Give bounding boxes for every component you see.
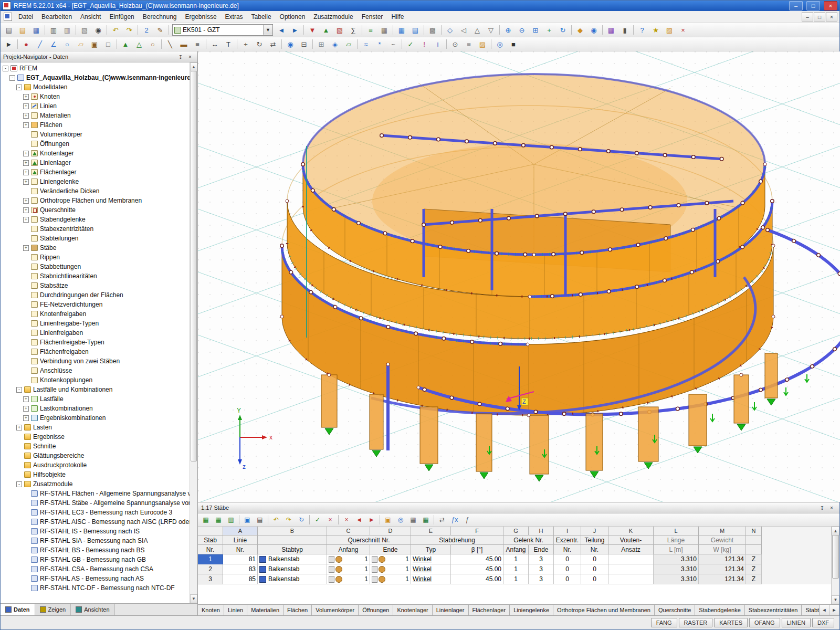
dimension-icon[interactable]: ↔ xyxy=(208,38,222,50)
cell-querschnitt-ende[interactable]: 1 xyxy=(370,574,411,584)
member-set-icon[interactable]: ≡ xyxy=(191,38,204,50)
filler[interactable] xyxy=(762,574,831,584)
screenshot-icon[interactable]: ◉ xyxy=(91,24,105,36)
cell-gelenk-ende[interactable]: 3 xyxy=(529,574,554,584)
menu-item-tabelle[interactable]: Tabelle xyxy=(247,12,276,22)
tree-item[interactable]: Linienfreigaben xyxy=(1,328,190,338)
cell-exzentr[interactable]: 0 xyxy=(554,564,581,574)
scrollbar-thumb[interactable] xyxy=(191,71,197,461)
tree-item[interactable]: +Lasten xyxy=(1,423,190,432)
menu-item-extras[interactable]: Extras xyxy=(221,12,247,22)
view-z-icon[interactable]: ▽ xyxy=(484,24,498,36)
tree-item[interactable]: Öffnungen xyxy=(1,139,190,149)
header-vouten[interactable]: Vouten- xyxy=(608,536,654,545)
row-number[interactable]: 2 xyxy=(198,564,223,574)
new-member-icon[interactable]: ╲ xyxy=(163,38,177,50)
close-icon[interactable]: × xyxy=(827,503,836,512)
column-letter-N[interactable]: N xyxy=(746,527,762,536)
header-querschnitt[interactable]: Querschnitt Nr. xyxy=(327,536,411,545)
sheet-tab-fl-chenlager[interactable]: Flächenlager xyxy=(469,605,510,615)
tree-item[interactable]: +Liniengelenke xyxy=(1,177,190,186)
cell-typ[interactable]: Winkel xyxy=(411,554,451,564)
cell-vouten[interactable] xyxy=(608,564,654,574)
cell-gewicht[interactable]: 121.34 xyxy=(699,564,746,574)
tree-item[interactable]: RF-STAHL IS - Bemessung nach IS xyxy=(1,527,190,536)
zoom-out-icon[interactable]: ⊖ xyxy=(515,24,529,36)
navigator-tab-ansichten[interactable]: Ansichten xyxy=(71,604,114,615)
info-icon[interactable]: i xyxy=(431,38,445,50)
wind-load-icon[interactable]: ≈ xyxy=(359,38,373,50)
status-toggle-linien[interactable]: LINIEN xyxy=(782,618,811,627)
sheet-tab-linien[interactable]: Linien xyxy=(224,605,247,615)
jump-next-icon[interactable]: ► xyxy=(365,514,378,526)
tree-expander[interactable]: + xyxy=(23,151,29,156)
new-solid-icon[interactable]: ▣ xyxy=(88,38,101,50)
table-edit-icon[interactable]: ▦ xyxy=(212,514,225,526)
check-icon[interactable]: ✓ xyxy=(404,38,417,50)
color-palette-icon[interactable]: ▨ xyxy=(476,38,489,50)
status-toggle-ofang[interactable]: OFANG xyxy=(749,618,780,627)
tree-item[interactable]: +Lastfälle xyxy=(1,394,190,404)
calculate-icon[interactable]: ≡ xyxy=(364,24,377,36)
filler[interactable] xyxy=(762,545,831,554)
model-3d-view[interactable]: Z x Y z xyxy=(198,51,840,502)
tree-item[interactable]: -Lastfälle und Kombinationen xyxy=(1,385,190,394)
nodal-support-icon[interactable]: ▲ xyxy=(119,38,132,50)
cell-gelenk-ende[interactable]: 3 xyxy=(529,564,554,574)
header-stab[interactable]: Stab xyxy=(198,536,223,545)
cell-typ[interactable]: Winkel xyxy=(411,574,451,584)
tree-expander[interactable]: + xyxy=(23,113,29,119)
menu-item-einfügen[interactable]: Einfügen xyxy=(105,12,138,22)
tree-item[interactable]: +Stäbe xyxy=(1,243,190,253)
delete-row-icon[interactable]: × xyxy=(340,514,353,526)
tree-expander[interactable]: + xyxy=(16,425,22,430)
modules-icon[interactable]: ▦ xyxy=(604,24,618,36)
pin-icon[interactable]: ↧ xyxy=(176,52,185,61)
tree-expander[interactable]: - xyxy=(16,387,22,393)
cell-querschnitt-ende[interactable]: 1 xyxy=(370,554,411,564)
zoom-in-icon[interactable]: ⊕ xyxy=(501,24,515,36)
hinge-icon[interactable]: ○ xyxy=(146,38,160,50)
status-toggle-fang[interactable]: FANG xyxy=(651,618,677,627)
new-surface-icon[interactable]: ▱ xyxy=(74,38,88,50)
menu-item-datei[interactable]: Datei xyxy=(14,12,37,22)
menu-item-hilfe[interactable]: Hilfe xyxy=(387,12,408,22)
tables-icon[interactable]: ▦ xyxy=(395,24,408,36)
select-pointer-icon[interactable]: ► xyxy=(2,38,16,50)
sheet-tab-orthotrope-fl-chen-und-membranen[interactable]: Orthotrope Flächen und Membranen xyxy=(553,605,655,615)
cell-teilung[interactable]: 0 xyxy=(581,574,608,584)
maximize-button[interactable]: □ xyxy=(806,1,820,10)
header-b-top[interactable] xyxy=(258,536,327,545)
tree-item[interactable]: +Orthotrope Flächen und Membranen xyxy=(1,196,190,205)
header-sub[interactable]: Anfang xyxy=(327,545,370,554)
pin-icon[interactable]: ↧ xyxy=(817,503,827,512)
column-letter-A[interactable]: A xyxy=(223,527,258,536)
cell-laenge[interactable]: 3.310 xyxy=(654,574,699,584)
new-file-icon[interactable]: ▤ xyxy=(2,24,16,36)
cell-teilung[interactable]: 0 xyxy=(581,554,608,564)
pan-icon[interactable]: + xyxy=(542,24,556,36)
calculator-icon[interactable]: ▦ xyxy=(407,514,419,526)
scrollbar-thumb[interactable] xyxy=(832,535,839,579)
sheet-tab-knotenlager[interactable]: Knotenlager xyxy=(393,605,432,615)
calculator-icon[interactable]: ▦ xyxy=(377,24,391,36)
tree-item[interactable]: RF-STAHL NTC-DF - Bemessung nach NTC-DF xyxy=(1,583,190,593)
tree-expander[interactable]: + xyxy=(23,198,29,204)
header-sub[interactable]: W [kg] xyxy=(699,545,746,554)
scroll-up-icon[interactable]: ▲ xyxy=(832,527,839,536)
cell-stabtyp[interactable]: Balkenstab xyxy=(258,564,327,574)
header-stabdrehung[interactable]: Stabdrehung xyxy=(411,536,503,545)
tree-item[interactable]: +Knotenlager xyxy=(1,149,190,158)
cell-typ[interactable]: Winkel xyxy=(411,564,451,574)
filler[interactable] xyxy=(762,554,831,564)
rotate-view-icon[interactable]: ↻ xyxy=(556,24,570,36)
mdi-minimize-button[interactable]: – xyxy=(802,12,813,22)
header-sub[interactable]: Nr. xyxy=(554,545,581,554)
sheet-tab--ffnungen[interactable]: Öffnungen xyxy=(359,605,393,615)
header-n-top[interactable] xyxy=(746,536,762,545)
tree-expander[interactable]: + xyxy=(23,94,29,100)
snow-load-icon[interactable]: * xyxy=(373,38,386,50)
menu-item-berechnung[interactable]: Berechnung xyxy=(139,12,181,22)
view-x-icon[interactable]: ◁ xyxy=(457,24,470,36)
column-letter-E[interactable]: E xyxy=(411,527,451,536)
